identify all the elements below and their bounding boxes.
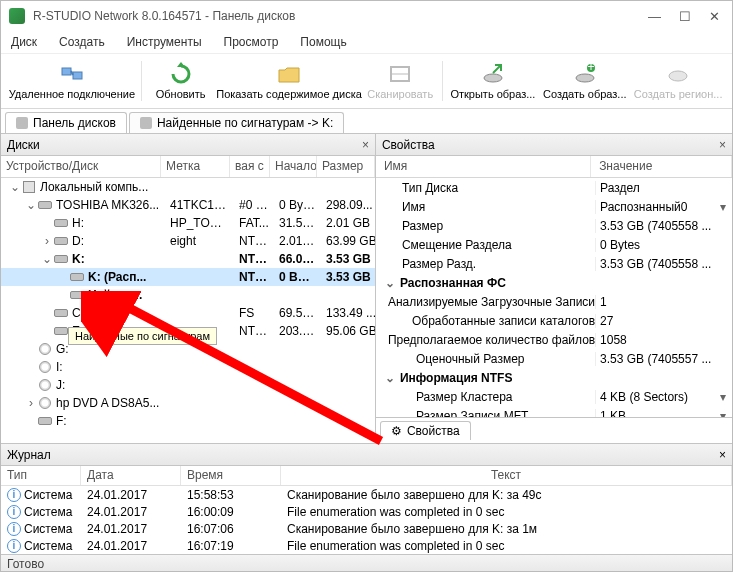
disk-row[interactable]: K: (Расп...NTFS0 Bytes3.53 GB	[1, 268, 375, 286]
expand-toggle[interactable]: ›	[41, 234, 53, 248]
col-start[interactable]: Начало	[270, 156, 317, 177]
expand-toggle[interactable]: ⌄	[384, 276, 396, 290]
device-name: hp DVD A DS8A5...	[56, 396, 159, 410]
expand-toggle[interactable]: ⌄	[384, 371, 396, 385]
disk-row[interactable]: ⌄K:NTFS66.01...3.53 GB	[1, 250, 375, 268]
col-type[interactable]: Тип	[1, 466, 81, 485]
tooltip: Найденные по сигнатурам	[68, 327, 217, 345]
property-row[interactable]: Размер Записи MFT1 KB▾	[376, 406, 732, 417]
device-name: C:	[72, 306, 84, 320]
disk-row[interactable]: F:	[1, 412, 375, 430]
expand-toggle[interactable]: ⌄	[41, 252, 53, 266]
disk-row[interactable]: ⌄Локальный компь...	[1, 178, 375, 196]
disks-panel: Диски × Устройство/Диск Метка вая с Нача…	[1, 134, 376, 443]
open-image-button[interactable]: Открыть образ...	[447, 60, 539, 102]
disk-row[interactable]: ›hp DVD A DS8A5...	[1, 394, 375, 412]
expand-toggle[interactable]: ⌄	[9, 180, 21, 194]
disk-row[interactable]: ›D:eightNTFS2.01 GB63.99 GB	[1, 232, 375, 250]
property-group[interactable]: ⌄Распознанная ФС	[376, 273, 732, 292]
region-icon	[666, 62, 690, 86]
col-name[interactable]: Имя	[376, 156, 591, 177]
journal-list: iСистема24.01.201715:58:53Сканирование б…	[1, 486, 732, 554]
show-contents-button[interactable]: Показать содержимое диска	[216, 60, 363, 102]
property-row[interactable]: Оценочный Размер3.53 GB (7405557 ...	[376, 349, 732, 368]
expand-toggle[interactable]: ›	[25, 396, 37, 410]
col-date[interactable]: Дата	[81, 466, 181, 485]
property-row[interactable]: Размер Кластера4 KB (8 Sectors)▾	[376, 387, 732, 406]
disk-row[interactable]: J:	[1, 376, 375, 394]
dropdown-icon[interactable]: ▾	[714, 409, 732, 418]
menu-view[interactable]: Просмотр	[220, 33, 283, 51]
col-value[interactable]: Значение	[591, 156, 732, 177]
col-fs[interactable]: вая с	[230, 156, 270, 177]
remote-connect-button[interactable]: Удаленное подключение	[7, 60, 137, 102]
tab-sig-label: Найденные по сигнатурам -> K:	[157, 116, 333, 130]
property-row[interactable]: Обработанные записи каталогов27	[376, 311, 732, 330]
create-image-button[interactable]: + Создать образ...	[539, 60, 630, 102]
menu-help[interactable]: Помощь	[296, 33, 350, 51]
device-name: J:	[56, 378, 65, 392]
disk-row[interactable]: C:FS69.54 ...133.49 ...	[1, 304, 375, 322]
refresh-button[interactable]: Обновить	[146, 60, 216, 102]
panel-close-icon[interactable]: ×	[719, 138, 726, 152]
disk-row[interactable]: ⌄TOSHIBA MK326...41TKC1VIT#0 S...0 Bytes…	[1, 196, 375, 214]
svg-point-8	[669, 71, 687, 81]
menu-create[interactable]: Создать	[55, 33, 109, 51]
hdd-icon	[69, 289, 85, 301]
info-icon: i	[7, 539, 21, 553]
property-group[interactable]: ⌄Информация NTFS	[376, 368, 732, 387]
disk-row[interactable]: I:	[1, 358, 375, 376]
col-device[interactable]: Устройство/Диск	[1, 156, 161, 177]
journal-title: Журнал	[7, 448, 51, 462]
menu-tools[interactable]: Инструменты	[123, 33, 206, 51]
property-row[interactable]: Тип ДискаРаздел	[376, 178, 732, 197]
hdd-icon	[37, 199, 53, 211]
property-row[interactable]: Размер3.53 GB (7405558 ...	[376, 216, 732, 235]
disk-row[interactable]: Найден...	[1, 286, 375, 304]
menubar: Диск Создать Инструменты Просмотр Помощь	[1, 31, 732, 53]
journal-panel: Журнал × Тип Дата Время Текст iСистема24…	[1, 443, 732, 554]
property-row[interactable]: Смещение Раздела0 Bytes	[376, 235, 732, 254]
journal-row[interactable]: iСистема24.01.201716:07:06Сканирование б…	[1, 520, 732, 537]
dropdown-icon[interactable]: ▾	[714, 200, 732, 214]
col-size[interactable]: Размер	[317, 156, 375, 177]
property-row[interactable]: Анализируемые Загрузочные Записи1	[376, 292, 732, 311]
hdd-icon	[53, 307, 69, 319]
maximize-button[interactable]: ☐	[679, 9, 691, 24]
device-name: TOSHIBA MK326...	[56, 198, 159, 212]
disk-tree[interactable]: ⌄Локальный компь...⌄TOSHIBA MK326...41TK…	[1, 178, 375, 443]
close-button[interactable]: ✕	[709, 9, 720, 24]
dropdown-icon[interactable]: ▾	[714, 390, 732, 404]
create-region-button[interactable]: Создать регион...	[630, 60, 726, 102]
property-row[interactable]: Предполагаемое количество файлов1058	[376, 330, 732, 349]
panel-close-icon[interactable]: ×	[362, 138, 369, 152]
remote-label: Удаленное подключение	[9, 88, 135, 100]
disk-row[interactable]: H:HP_TOOLSFAT...31.50 ...2.01 GB	[1, 214, 375, 232]
disk-icon	[140, 117, 152, 129]
refresh-icon	[169, 62, 193, 86]
cd-icon	[37, 379, 53, 391]
menu-disk[interactable]: Диск	[7, 33, 41, 51]
col-label[interactable]: Метка	[161, 156, 230, 177]
tab-signatures[interactable]: Найденные по сигнатурам -> K:	[129, 112, 344, 133]
device-name: H:	[72, 216, 84, 230]
col-time[interactable]: Время	[181, 466, 281, 485]
property-row[interactable]: Размер Разд.3.53 GB (7405558 ...	[376, 254, 732, 273]
expand-toggle[interactable]: ⌄	[25, 198, 37, 212]
device-name: F:	[56, 414, 67, 428]
app-icon	[9, 8, 25, 24]
col-text[interactable]: Текст	[281, 466, 732, 485]
device-name: I:	[56, 360, 63, 374]
scan-button[interactable]: Сканировать	[363, 60, 438, 102]
journal-row[interactable]: iСистема24.01.201715:58:53Сканирование б…	[1, 486, 732, 503]
properties-tab[interactable]: ⚙ Свойства	[380, 421, 471, 440]
properties-list[interactable]: Тип ДискаРазделИмяРаспознанный0▾Размер3.…	[376, 178, 732, 417]
panel-close-icon[interactable]: ×	[719, 448, 726, 462]
journal-row[interactable]: iСистема24.01.201716:07:19File enumerati…	[1, 537, 732, 554]
property-row[interactable]: ИмяРаспознанный0▾	[376, 197, 732, 216]
tab-disk-panel[interactable]: Панель дисков	[5, 112, 127, 133]
device-name: K: (Расп...	[88, 270, 146, 284]
minimize-button[interactable]: —	[648, 9, 661, 24]
cd-icon	[37, 361, 53, 373]
journal-row[interactable]: iСистема24.01.201716:00:09File enumerati…	[1, 503, 732, 520]
